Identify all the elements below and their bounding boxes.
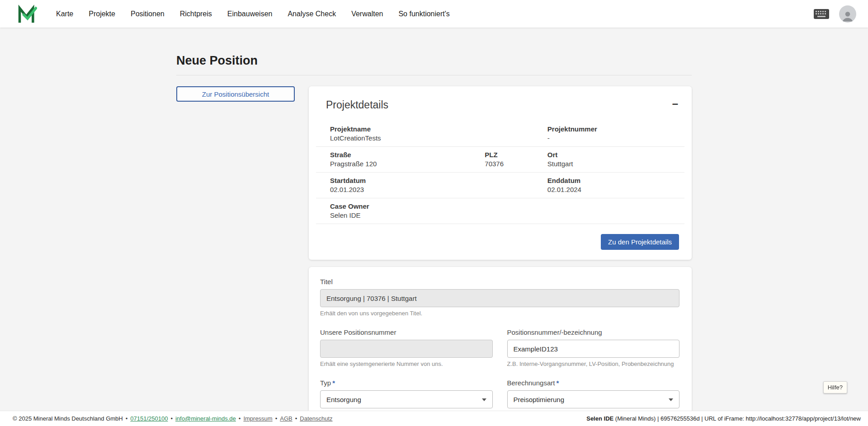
project-card-title: Projektdetails: [326, 99, 388, 111]
positionsnummer-helper: Z.B. Interne-Vorgangsnummer, LV-Position…: [507, 360, 680, 367]
table-row: Straße Pragstraße 120 PLZ 70376 Ort Stut…: [316, 147, 684, 173]
titel-label: Titel: [320, 278, 333, 286]
field-ort: Ort Stuttgart: [533, 151, 684, 168]
field-unsere-positionsnummer: Unsere Positionsnummer Erhält eine syste…: [320, 328, 493, 367]
unsere-positionsnummer-input: [320, 340, 493, 358]
help-button[interactable]: Hilfe?: [823, 381, 847, 393]
footer-left: © 2025 Mineral Minds Deutschland GmbH • …: [13, 415, 333, 422]
field-startdatum: Startdatum 02.01.2023: [316, 177, 533, 193]
titel-input: [320, 289, 679, 307]
user-avatar[interactable]: [839, 5, 856, 23]
chevron-down-icon: [669, 398, 673, 401]
impressum-link[interactable]: Impressum: [243, 415, 272, 422]
unsere-positionsnummer-label: Unsere Positionsnummer: [320, 328, 396, 336]
footer-session-details: (Mineral Minds) | 69576255536d | URL of …: [613, 415, 861, 422]
berechnungsart-select[interactable]: Preisoptimierung: [507, 390, 680, 408]
agb-link[interactable]: AGB: [280, 415, 292, 422]
positionsnummer-input[interactable]: [507, 340, 680, 358]
table-row: Projektname LotCreationTests Projektnumm…: [316, 121, 684, 147]
person-icon: [841, 9, 854, 23]
datenschutz-link[interactable]: Datenschutz: [300, 415, 332, 422]
nav-item-richtpreis[interactable]: Richtpreis: [180, 10, 212, 18]
berechnungsart-label: Berechnungsart*: [507, 379, 559, 387]
project-details-table: Projektname LotCreationTests Projektnumm…: [316, 121, 684, 224]
field-projektname: Projektname LotCreationTests: [316, 125, 533, 142]
chevron-down-icon: [482, 398, 486, 401]
page-title: Neue Position: [176, 54, 692, 75]
email-link[interactable]: info@mineral-minds.de: [175, 415, 236, 422]
typ-label: Typ*: [320, 379, 335, 387]
collapse-icon[interactable]: –: [672, 99, 678, 108]
field-positionsnummer: Positionsnummer/-bezeichnung Z.B. Intern…: [507, 328, 680, 367]
positionsnummer-label: Positionsnummer/-bezeichnung: [507, 328, 602, 336]
back-to-positions-button[interactable]: Zur Positionsübersicht: [176, 86, 295, 102]
field-projektnummer: Projektnummer -: [533, 125, 684, 142]
nav-item-analyse-check[interactable]: Analyse Check: [288, 10, 336, 18]
field-enddatum: Enddatum 02.01.2024: [533, 177, 684, 193]
field-case-owner: Case Owner Selen IDE: [316, 202, 684, 219]
project-details-card: Projektdetails – Projektname LotCreation…: [309, 86, 692, 260]
nav-item-karte[interactable]: Karte: [56, 10, 73, 18]
nav-right: [814, 5, 856, 23]
nav-item-positionen[interactable]: Positionen: [131, 10, 165, 18]
typ-select[interactable]: Entsorgung: [320, 390, 493, 408]
table-row: Startdatum 02.01.2023 Enddatum 02.01.202…: [316, 173, 684, 198]
footer: © 2025 Mineral Minds Deutschland GmbH • …: [0, 411, 868, 426]
required-asterisk: *: [332, 379, 335, 387]
go-to-project-details-button[interactable]: Zu den Projektdetails: [601, 234, 679, 250]
field-strasse: Straße Pragstraße 120: [316, 151, 471, 168]
nav-item-einbauweisen[interactable]: Einbauweisen: [227, 10, 273, 18]
mineral-minds-logo-icon[interactable]: [17, 5, 37, 23]
right-column: Projektdetails – Projektname LotCreation…: [309, 86, 692, 426]
footer-session-info: Selen IDE (Mineral Minds) | 69576255536d…: [586, 415, 861, 422]
nav-menu: Karte Projekte Positionen Richtpreis Ein…: [56, 10, 450, 18]
nav-item-verwalten[interactable]: Verwalten: [351, 10, 383, 18]
unsere-positionsnummer-helper: Erhält eine systemgenerierte Nummer von …: [320, 360, 493, 367]
required-asterisk: *: [556, 379, 559, 387]
field-plz: PLZ 70376: [471, 151, 533, 168]
titel-helper: Erhält den von uns vorgegebenen Titel.: [320, 310, 679, 317]
nav-item-projekte[interactable]: Projekte: [89, 10, 115, 18]
separator: •: [170, 415, 173, 422]
phone-link[interactable]: 07151/250100: [130, 415, 168, 422]
table-row: Case Owner Selen IDE: [316, 198, 684, 224]
new-position-form-card: Titel Erhält den von uns vorgegebenen Ti…: [309, 267, 692, 426]
footer-user-name: Selen IDE: [586, 415, 613, 422]
separator: •: [295, 415, 297, 422]
copyright-text: © 2025 Mineral Minds Deutschland GmbH: [13, 415, 123, 422]
nav-item-so-funktionierts[interactable]: So funktioniert's: [398, 10, 449, 18]
top-nav: Karte Projekte Positionen Richtpreis Ein…: [0, 0, 868, 28]
main-content: Neue Position Zur Positionsübersicht Pro…: [176, 28, 692, 426]
separator: •: [239, 415, 241, 422]
separator: •: [275, 415, 278, 422]
left-column: Zur Positionsübersicht: [176, 86, 295, 102]
field-titel: Titel Erhält den von uns vorgegebenen Ti…: [320, 278, 679, 317]
separator: •: [126, 415, 128, 422]
keyboard-icon[interactable]: [814, 9, 829, 19]
